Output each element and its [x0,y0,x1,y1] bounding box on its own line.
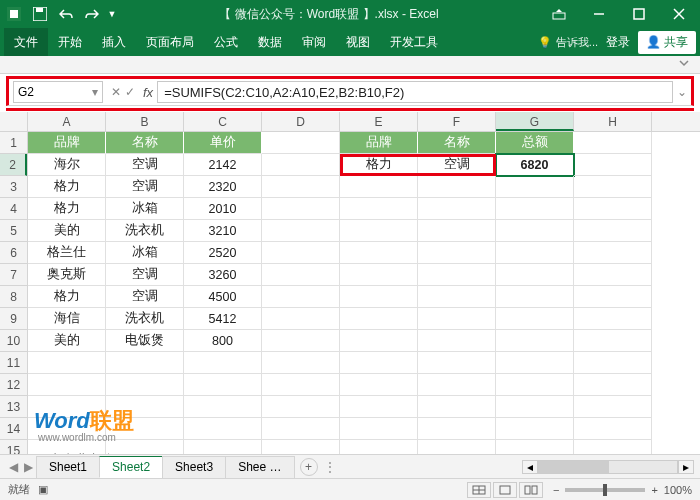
cell-B7[interactable]: 空调 [106,264,184,286]
tab-data[interactable]: 数据 [248,28,292,57]
cell-F14[interactable] [418,418,496,440]
cell-H14[interactable] [574,418,652,440]
formula-input[interactable]: =SUMIFS(C2:C10,A2:A10,E2,B2:B10,F2) [157,81,673,103]
row-header-8[interactable]: 8 [0,286,27,308]
cell-B6[interactable]: 冰箱 [106,242,184,264]
add-sheet-button[interactable]: + [300,458,318,476]
cell-C5[interactable]: 3210 [184,220,262,242]
tab-home[interactable]: 开始 [48,28,92,57]
row-header-4[interactable]: 4 [0,198,27,220]
cell-D8[interactable] [262,286,340,308]
cell-G4[interactable] [496,198,574,220]
cell-B9[interactable]: 洗衣机 [106,308,184,330]
cell-D15[interactable] [262,440,340,454]
undo-icon[interactable] [54,3,78,25]
cell-C11[interactable] [184,352,262,374]
save-icon[interactable] [28,3,52,25]
column-header-D[interactable]: D [262,112,340,131]
cell-F4[interactable] [418,198,496,220]
cell-H4[interactable] [574,198,652,220]
cell-B10[interactable]: 电饭煲 [106,330,184,352]
cell-H8[interactable] [574,286,652,308]
scroll-left-icon[interactable]: ◂ [522,460,538,474]
column-header-F[interactable]: F [418,112,496,131]
cell-C2[interactable]: 2142 [184,154,262,176]
sheet-tab-Sheet3[interactable]: Sheet3 [162,456,226,478]
cell-G2[interactable]: 6820 [496,154,574,176]
page-layout-view-icon[interactable] [493,482,517,498]
cell-H3[interactable] [574,176,652,198]
normal-view-icon[interactable] [467,482,491,498]
cell-D5[interactable] [262,220,340,242]
row-header-3[interactable]: 3 [0,176,27,198]
cell-C6[interactable]: 2520 [184,242,262,264]
column-header-B[interactable]: B [106,112,184,131]
fx-icon[interactable]: fx [143,85,153,100]
cell-A7[interactable]: 奥克斯 [28,264,106,286]
cell-D9[interactable] [262,308,340,330]
sheet-tab-Sheet1[interactable]: Sheet1 [36,456,100,478]
minimize-icon[interactable] [580,0,618,28]
cell-F3[interactable] [418,176,496,198]
close-icon[interactable] [660,0,698,28]
cell-B3[interactable]: 空调 [106,176,184,198]
cell-A13[interactable] [28,396,106,418]
namebox-dropdown-icon[interactable]: ▾ [92,85,98,99]
sheet-tabs-more-icon[interactable]: ⋮ [324,460,336,474]
cell-B1[interactable]: 名称 [106,132,184,154]
cell-B8[interactable]: 空调 [106,286,184,308]
cell-G3[interactable] [496,176,574,198]
cell-E12[interactable] [340,374,418,396]
cell-G9[interactable] [496,308,574,330]
row-header-5[interactable]: 5 [0,220,27,242]
cell-C8[interactable]: 4500 [184,286,262,308]
row-header-2[interactable]: 2 [0,154,27,176]
cell-E7[interactable] [340,264,418,286]
cell-E9[interactable] [340,308,418,330]
tell-me[interactable]: 💡告诉我... [538,35,598,50]
row-header-12[interactable]: 12 [0,374,27,396]
row-header-13[interactable]: 13 [0,396,27,418]
cell-E8[interactable] [340,286,418,308]
zoom-slider[interactable] [565,488,645,492]
row-header-9[interactable]: 9 [0,308,27,330]
cell-B13[interactable] [106,396,184,418]
cell-A5[interactable]: 美的 [28,220,106,242]
column-header-H[interactable]: H [574,112,652,131]
cell-G13[interactable] [496,396,574,418]
cell-C15[interactable] [184,440,262,454]
cell-E4[interactable] [340,198,418,220]
sheet-nav-next-icon[interactable]: ▶ [24,460,33,474]
cell-E10[interactable] [340,330,418,352]
zoom-in-icon[interactable]: + [651,484,657,496]
tab-layout[interactable]: 页面布局 [136,28,204,57]
cell-C1[interactable]: 单价 [184,132,262,154]
cell-F13[interactable] [418,396,496,418]
column-header-A[interactable]: A [28,112,106,131]
cell-F15[interactable] [418,440,496,454]
cell-G7[interactable] [496,264,574,286]
cell-H7[interactable] [574,264,652,286]
scroll-thumb[interactable] [539,461,609,473]
cell-A12[interactable] [28,374,106,396]
cell-A6[interactable]: 格兰仕 [28,242,106,264]
cell-A8[interactable]: 格力 [28,286,106,308]
excel-icon[interactable] [2,3,26,25]
cell-H5[interactable] [574,220,652,242]
cell-D13[interactable] [262,396,340,418]
cell-B14[interactable] [106,418,184,440]
cell-E11[interactable] [340,352,418,374]
cell-C4[interactable]: 2010 [184,198,262,220]
tab-view[interactable]: 视图 [336,28,380,57]
scroll-right-icon[interactable]: ▸ [678,460,694,474]
macro-record-icon[interactable]: ▣ [38,483,48,496]
cell-F7[interactable] [418,264,496,286]
cell-A14[interactable] [28,418,106,440]
column-header-E[interactable]: E [340,112,418,131]
cell-C10[interactable]: 800 [184,330,262,352]
cell-C14[interactable] [184,418,262,440]
cell-E6[interactable] [340,242,418,264]
login-button[interactable]: 登录 [598,30,638,55]
cell-D2[interactable] [262,154,340,176]
cell-G1[interactable]: 总额 [496,132,574,154]
